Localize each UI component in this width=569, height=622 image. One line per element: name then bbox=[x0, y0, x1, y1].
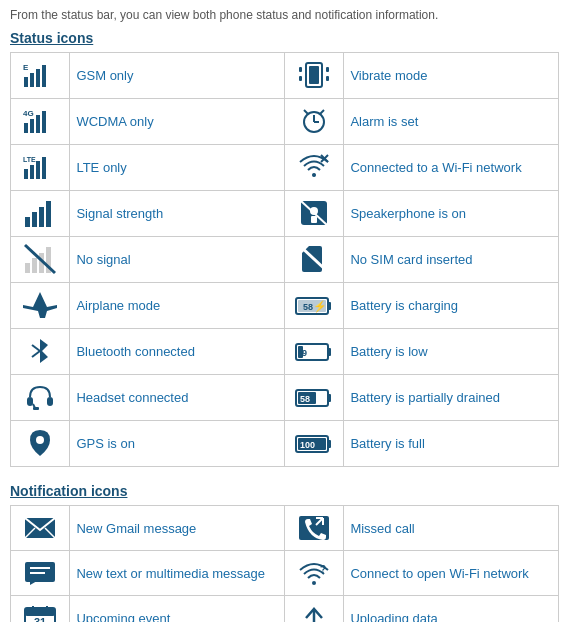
missedcall-label: Missed call bbox=[344, 506, 559, 551]
icon-cell: 58 bbox=[284, 375, 343, 421]
svg-rect-10 bbox=[326, 76, 329, 81]
svg-rect-37 bbox=[25, 263, 30, 273]
icon-cell: 4G bbox=[11, 99, 70, 145]
battery-low-icon: 9 bbox=[294, 334, 334, 370]
headset-label: Headset connected bbox=[70, 375, 285, 421]
battery-full-label: Battery is full bbox=[344, 421, 559, 467]
openwifi-label: Connect to open Wi-Fi network bbox=[344, 551, 559, 596]
sms-icon bbox=[20, 555, 60, 591]
signal-icon bbox=[20, 195, 60, 231]
icon-cell bbox=[284, 99, 343, 145]
svg-point-64 bbox=[36, 436, 44, 444]
intro-text: From the status bar, you can view both p… bbox=[10, 8, 559, 22]
bluetooth-label: Bluetooth connected bbox=[70, 329, 285, 375]
status-icons-title: Status icons bbox=[10, 30, 559, 46]
icon-cell bbox=[284, 191, 343, 237]
icon-cell: 58 ⚡ bbox=[284, 283, 343, 329]
alarm-label: Alarm is set bbox=[344, 99, 559, 145]
gsm-label: GSM only bbox=[70, 53, 285, 99]
table-row: Signal strength Speakerphone is on bbox=[11, 191, 559, 237]
icon-cell bbox=[284, 53, 343, 99]
icon-cell bbox=[284, 596, 343, 623]
status-icons-table: E GSM only Vibrate bbox=[10, 52, 559, 467]
airplane-icon bbox=[20, 287, 60, 323]
wcdma-label: WCDMA only bbox=[70, 99, 285, 145]
table-row: No signal No SIM card inserted bbox=[11, 237, 559, 283]
svg-rect-14 bbox=[36, 115, 40, 133]
battery-low-label: Battery is low bbox=[344, 329, 559, 375]
table-row: Headset connected 58 Battery is partiall… bbox=[11, 375, 559, 421]
calendar-icon: 31 bbox=[20, 600, 60, 622]
notification-icons-table: New Gmail message Missed call bbox=[10, 505, 559, 622]
icon-cell bbox=[284, 506, 343, 551]
svg-rect-24 bbox=[36, 161, 40, 179]
sms-label: New text or multimedia message bbox=[70, 551, 285, 596]
icon-cell bbox=[11, 506, 70, 551]
svg-text:58: 58 bbox=[303, 302, 313, 312]
svg-point-80 bbox=[312, 581, 316, 585]
nosignal-label: No signal bbox=[70, 237, 285, 283]
svg-point-26 bbox=[312, 173, 316, 177]
calendar-label: Upcoming event bbox=[70, 596, 285, 623]
gmail-icon bbox=[20, 510, 60, 546]
gsm-icon: E bbox=[20, 57, 60, 93]
table-row: E GSM only Vibrate bbox=[11, 53, 559, 99]
svg-rect-46 bbox=[328, 302, 331, 310]
svg-rect-66 bbox=[328, 440, 331, 448]
upload-icon bbox=[294, 600, 334, 622]
wifi-icon bbox=[294, 149, 334, 185]
svg-text:58: 58 bbox=[300, 394, 310, 404]
icon-cell: E bbox=[11, 53, 70, 99]
headset-icon bbox=[20, 379, 60, 415]
icon-cell bbox=[284, 237, 343, 283]
svg-rect-15 bbox=[42, 111, 46, 133]
svg-rect-2 bbox=[30, 73, 34, 87]
svg-rect-83 bbox=[25, 608, 55, 616]
table-row: 31 Upcoming event Uploading data bbox=[11, 596, 559, 623]
icon-cell bbox=[11, 551, 70, 596]
nosim-icon bbox=[294, 241, 334, 277]
svg-rect-35 bbox=[311, 216, 317, 223]
icon-cell bbox=[11, 375, 70, 421]
svg-rect-32 bbox=[46, 201, 51, 227]
bluetooth-icon bbox=[20, 333, 60, 369]
svg-rect-31 bbox=[39, 207, 44, 227]
svg-rect-38 bbox=[32, 258, 37, 273]
svg-rect-22 bbox=[24, 169, 28, 179]
icon-cell: 9 bbox=[284, 329, 343, 375]
gmail-label: New Gmail message bbox=[70, 506, 285, 551]
svg-marker-79 bbox=[30, 581, 37, 585]
icon-cell bbox=[11, 421, 70, 467]
svg-rect-61 bbox=[328, 394, 331, 402]
icon-cell: LTE bbox=[11, 145, 70, 191]
svg-rect-1 bbox=[24, 77, 28, 87]
speakerphone-icon bbox=[294, 195, 334, 231]
icon-cell bbox=[11, 329, 70, 375]
table-row: Bluetooth connected 9 Battery is low bbox=[11, 329, 559, 375]
svg-text:9: 9 bbox=[302, 348, 307, 358]
upload-label: Uploading data bbox=[344, 596, 559, 623]
table-row: GPS is on 100 Battery is full bbox=[11, 421, 559, 467]
svg-text:E: E bbox=[23, 63, 29, 72]
gps-icon bbox=[20, 425, 60, 461]
svg-rect-57 bbox=[47, 397, 53, 406]
svg-text:100: 100 bbox=[300, 440, 315, 450]
svg-text:4G: 4G bbox=[23, 109, 34, 118]
svg-rect-53 bbox=[328, 348, 331, 356]
table-row: Airplane mode 58 ⚡ Battery is charging bbox=[11, 283, 559, 329]
battery-full-icon: 100 bbox=[294, 426, 334, 462]
svg-rect-4 bbox=[42, 65, 46, 87]
wifi-label: Connected to a Wi-Fi network bbox=[344, 145, 559, 191]
alarm-icon bbox=[294, 103, 334, 139]
svg-text:31: 31 bbox=[34, 616, 46, 622]
nosignal-icon bbox=[20, 241, 60, 277]
svg-rect-30 bbox=[32, 212, 37, 227]
airplane-label: Airplane mode bbox=[70, 283, 285, 329]
vibrate-label: Vibrate mode bbox=[344, 53, 559, 99]
lte-icon: LTE bbox=[20, 149, 60, 185]
notification-icons-title: Notification icons bbox=[10, 483, 559, 499]
battery-charging-label: Battery is charging bbox=[344, 283, 559, 329]
svg-rect-3 bbox=[36, 69, 40, 87]
signal-label: Signal strength bbox=[70, 191, 285, 237]
missedcall-icon bbox=[294, 510, 334, 546]
